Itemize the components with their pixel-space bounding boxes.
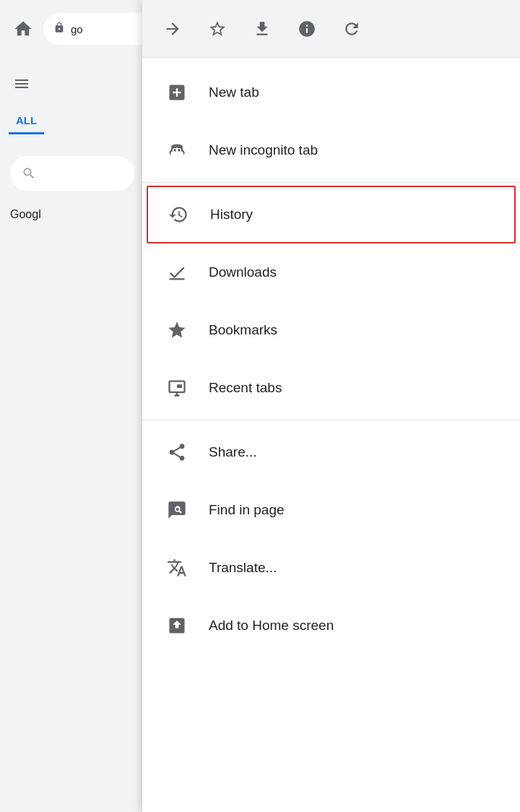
search-bar[interactable] (10, 156, 134, 191)
share-label: Share... (209, 444, 257, 460)
recent-tabs-label: Recent tabs (209, 380, 282, 396)
google-text: Googl (10, 208, 144, 221)
download-toolbar-icon[interactable] (246, 13, 278, 45)
tab-all[interactable]: ALL (9, 108, 44, 134)
translate-label: Translate... (209, 560, 277, 576)
svg-point-0 (173, 149, 176, 152)
add-home-label: Add to Home screen (209, 618, 334, 634)
menu-item-share[interactable]: Share... (142, 423, 520, 481)
menu-item-downloads[interactable]: Downloads (142, 243, 520, 301)
divider-2 (142, 420, 520, 420)
info-icon[interactable] (291, 13, 323, 45)
reload-icon[interactable] (336, 13, 368, 45)
recent-tabs-icon (162, 373, 191, 402)
incognito-icon (162, 136, 191, 165)
address-bar[interactable]: go (43, 13, 159, 45)
history-icon (164, 200, 193, 229)
add-home-icon (162, 611, 191, 640)
new-tab-label: New tab (209, 85, 259, 100)
downloads-icon (162, 258, 191, 287)
url-text: go (71, 23, 83, 35)
menu-item-recent-tabs[interactable]: Recent tabs (142, 359, 520, 417)
menu-toolbar (142, 0, 520, 58)
forward-icon[interactable] (157, 13, 188, 45)
downloads-label: Downloads (209, 264, 277, 280)
divider-1 (142, 182, 520, 183)
menu-item-incognito[interactable]: New incognito tab (142, 121, 520, 179)
lock-icon (53, 22, 65, 36)
menu-item-find[interactable]: Find in page (142, 481, 520, 539)
menu-item-new-tab[interactable]: New tab (142, 64, 520, 121)
translate-icon (162, 553, 191, 582)
menu-item-history[interactable]: History (147, 186, 516, 243)
dropdown-menu: New tab New incognito tab History D (142, 0, 520, 812)
menu-item-translate[interactable]: Translate... (142, 539, 520, 597)
find-label: Find in page (209, 502, 285, 518)
star-icon[interactable] (202, 13, 233, 45)
tab-row: ALL (0, 108, 144, 134)
menu-item-add-home[interactable]: Add to Home screen (142, 597, 520, 655)
home-icon[interactable] (9, 14, 38, 43)
hamburger-icon[interactable] (0, 66, 144, 105)
menu-list: New tab New incognito tab History D (142, 58, 520, 812)
share-icon (162, 438, 191, 467)
bookmarks-icon (162, 316, 191, 345)
bookmarks-label: Bookmarks (209, 322, 277, 338)
history-label: History (210, 207, 253, 223)
sidebar-strip: ALL Googl (0, 58, 144, 812)
find-icon (162, 496, 191, 524)
menu-item-bookmarks[interactable]: Bookmarks (142, 301, 520, 359)
svg-point-1 (178, 149, 181, 152)
new-tab-icon (162, 78, 191, 107)
incognito-label: New incognito tab (209, 142, 318, 158)
